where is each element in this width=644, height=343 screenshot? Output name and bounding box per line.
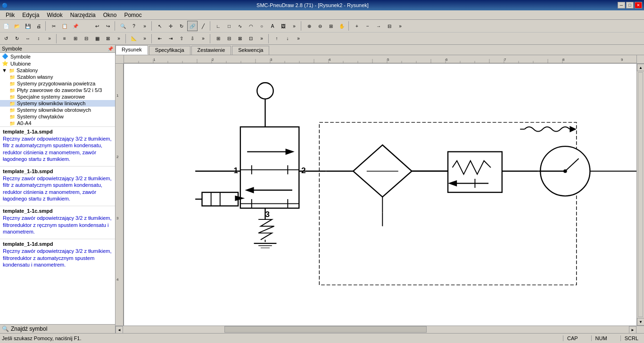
menu-okno[interactable]: Okno [99, 11, 121, 19]
zoom-out-btn[interactable]: ⊖ [315, 21, 325, 31]
tb2-16[interactable]: ⇧ [176, 33, 187, 44]
tb2-24[interactable]: ↑ [272, 33, 282, 44]
tab-rysunek[interactable]: Rysunek [116, 45, 148, 55]
maximize-button[interactable]: □ [626, 2, 634, 8]
template-desc-1d[interactable]: Ręczny zawór odpowietrzający 3/2 z tłumi… [3, 248, 112, 268]
template-desc-1b[interactable]: Ręczny zawór odpowietrzający 3/2 z tłumi… [3, 175, 112, 202]
drawing-board[interactable]: 1 2 3 [124, 64, 636, 326]
tb2-3[interactable]: ↔ [23, 33, 33, 44]
tb2-8[interactable]: ⊟ [81, 33, 91, 44]
sidebar-item-szablon-wlasny[interactable]: 📁 Szablon własny [0, 74, 115, 80]
tb2-10[interactable]: ⊠ [103, 33, 113, 44]
scrollbar-up-btn[interactable]: ▲ [637, 64, 644, 71]
select-tool[interactable]: ↖ [155, 21, 165, 31]
tb2-26[interactable]: » [293, 33, 304, 44]
extra2-btn[interactable]: » [395, 21, 405, 31]
sidebar-item-specjalne[interactable]: 📁 Specjalne systemy zaworowe [0, 93, 115, 100]
tb2-1[interactable]: ↺ [1, 33, 11, 44]
tb2-23[interactable]: » [256, 33, 267, 44]
template-desc-1c[interactable]: Ręczny zawór odpowietrzający 3/2 z tłumi… [3, 215, 112, 235]
text-tool[interactable]: A [267, 21, 278, 31]
circle-tool[interactable]: ○ [256, 21, 267, 31]
pan-btn[interactable]: ✋ [337, 21, 347, 31]
sidebar-item-symbole[interactable]: 🔷 Symbole [0, 53, 115, 60]
move-tool[interactable]: ✛ [165, 21, 176, 31]
tb2-17[interactable]: ⇩ [187, 33, 198, 44]
tb2-11[interactable]: » [114, 33, 124, 44]
grid-btn[interactable]: ⊟ [384, 21, 395, 31]
sidebar-item-szablony[interactable]: ▼ 📁 Szablony [0, 67, 115, 74]
new-button[interactable]: 📄 [1, 21, 11, 31]
help-btn[interactable]: ? [129, 21, 139, 31]
plus-btn[interactable]: + [352, 21, 362, 31]
template-desc-1a[interactable]: Ręczny zawór odpowietrzający 3/2 z tłumi… [3, 135, 112, 162]
scrollbar-thumb[interactable] [638, 72, 643, 317]
tb2-21[interactable]: ⊠ [235, 33, 245, 44]
label-8: A0-A4 [17, 120, 32, 126]
tb2-4[interactable]: ↕ [33, 33, 44, 44]
tab-sekwencja[interactable]: Sekwencja [232, 46, 269, 55]
arrow-btn[interactable]: → [373, 21, 384, 31]
tb2-7[interactable]: ⊞ [70, 33, 81, 44]
h-scrollbar-thumb[interactable] [224, 326, 427, 333]
menu-widok[interactable]: Widok [43, 11, 66, 19]
v-scrollbar[interactable]: ▲ ▼ [636, 64, 644, 326]
tb2-9[interactable]: ▦ [92, 33, 102, 44]
minus-btn[interactable]: − [363, 21, 373, 31]
rect-tool[interactable]: □ [224, 21, 234, 31]
connect-tool[interactable]: 🔗 [187, 21, 198, 31]
tb2-2[interactable]: ↻ [12, 33, 22, 44]
menu-narzedzia[interactable]: Narzędzia [66, 11, 99, 19]
menu-pomoc[interactable]: Pomoc [120, 11, 145, 19]
rotate-tool[interactable]: ↻ [176, 21, 187, 31]
scrollbar-left-btn[interactable]: ◄ [116, 326, 123, 333]
scrollbar-right-btn[interactable]: ► [629, 326, 636, 333]
undo-button[interactable]: ↩ [92, 21, 102, 31]
more-tool[interactable]: » [289, 21, 299, 31]
copy-button[interactable]: 📋 [59, 21, 70, 31]
sidebar-item-systemy-przygotowania[interactable]: 📁 Systemy przygotowania powietrza [0, 80, 115, 87]
zoom-in-btn[interactable]: ⊕ [304, 21, 314, 31]
redo-button[interactable]: ↪ [103, 21, 113, 31]
image-tool[interactable]: 🖼 [278, 21, 289, 31]
tb2-19[interactable]: ⊞ [213, 33, 223, 44]
extra-btn[interactable]: » [140, 21, 150, 31]
cut-button[interactable]: ✂ [49, 21, 59, 31]
angle-tool[interactable]: ∟ [213, 21, 223, 31]
tb2-18[interactable]: » [198, 33, 208, 44]
tb2-14[interactable]: ⇤ [155, 33, 165, 44]
paste-button[interactable]: 📌 [70, 21, 81, 31]
tb2-25[interactable]: ↓ [282, 33, 293, 44]
close-button[interactable]: ✕ [635, 2, 642, 8]
sidebar-item-obrotowe[interactable]: 📁 Systemy siłowników obrotowych [0, 107, 115, 113]
tb2-13[interactable]: » [140, 33, 150, 44]
tab-specyfikacja[interactable]: Specyfikacja [149, 46, 190, 55]
curve-tool[interactable]: ∿ [235, 21, 245, 31]
zoom-btn[interactable]: 🔍 [118, 21, 128, 31]
scrollbar-down-btn[interactable]: ▼ [637, 318, 644, 326]
title-text: SMC-PneuDraw 2.8 (71) - [Rysunek2 - Rysu… [8, 2, 618, 8]
save-button[interactable]: 💾 [23, 21, 33, 31]
pin-icon[interactable]: 📌 [107, 46, 113, 51]
sidebar-item-plyty-zaworowe[interactable]: 📁 Płyty zaworowe do zaworów 5/2 i 5/3 [0, 87, 115, 93]
arc-tool[interactable]: ◠ [246, 21, 256, 31]
tb2-15[interactable]: ⇥ [165, 33, 176, 44]
tb2-20[interactable]: ⊟ [224, 33, 234, 44]
print-button[interactable]: 🖨 [33, 21, 44, 31]
menu-edycja[interactable]: Edycja [18, 11, 43, 19]
minimize-button[interactable]: ─ [618, 2, 625, 8]
line-tool[interactable]: ╱ [198, 21, 208, 31]
open-button[interactable]: 📂 [12, 21, 22, 31]
tb2-12[interactable]: 📐 [129, 33, 139, 44]
menu-plik[interactable]: Plik [2, 11, 18, 19]
sidebar-item-ulubione[interactable]: ⭐ Ulubione [0, 60, 115, 67]
sidebar-item-a0a4[interactable]: 📁 A0-A4 [0, 120, 115, 126]
h-scrollbar-track[interactable] [123, 326, 629, 333]
sidebar-item-liniowe[interactable]: 📁 Systemy siłowników liniowych [0, 100, 115, 107]
sidebar-item-chwytakow[interactable]: 📁 Systemy chwytaków [0, 113, 115, 120]
zoom-fit-btn[interactable]: ⊞ [326, 21, 336, 31]
tab-zestawienie[interactable]: Zestawienie [191, 46, 231, 55]
tb2-6[interactable]: ≡ [59, 33, 70, 44]
tb2-5[interactable]: » [44, 33, 55, 44]
tb2-22[interactable]: ⊡ [246, 33, 256, 44]
